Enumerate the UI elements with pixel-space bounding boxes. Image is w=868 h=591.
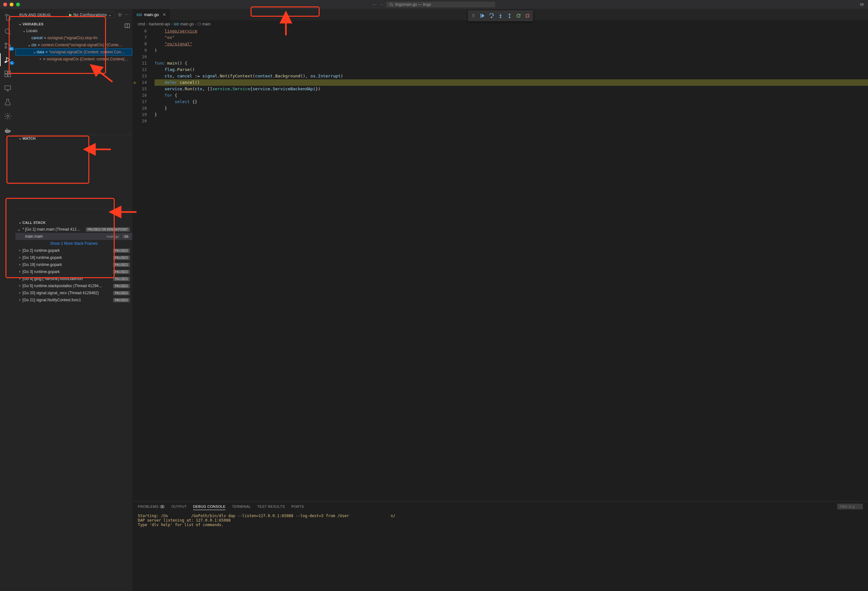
watch-title: WATCH <box>22 137 35 140</box>
breadcrumb-item[interactable]: cmd <box>138 22 145 27</box>
thread-status-badge: PAUSED ON BREAKPOINT <box>86 227 130 231</box>
thread-label: [Go 20] signal.signal_recv (Thread 41294… <box>22 291 99 295</box>
drag-handle-icon[interactable]: ⠿ <box>469 12 478 20</box>
debug-toolbar: ⠿ <box>468 10 533 21</box>
bottom-panel: PROBLEMS3 OUTPUT DEBUG CONSOLE TERMINAL … <box>133 501 868 591</box>
restart-button[interactable] <box>514 12 523 20</box>
step-out-button[interactable] <box>505 12 514 20</box>
chevron-down-icon: ⌄ <box>32 50 37 54</box>
thread-label: * [Go 1] main.main (Thread 412… <box>22 227 80 231</box>
callstack-thread[interactable]: ⌄[Go 19] runtime.goparkPAUSED <box>15 261 132 268</box>
callstack-thread[interactable]: ⌄ * [Go 1] main.main (Thread 412… PAUSED… <box>15 226 132 233</box>
stop-button[interactable] <box>523 12 531 20</box>
activity-bar: 51 1 <box>0 9 15 591</box>
chevron-right-icon: ⌄ <box>17 262 21 267</box>
copilot-icon[interactable] <box>859 1 865 7</box>
callstack-thread[interactable]: ⌄[Go 21] signal.NotifyContext.func1PAUSE… <box>15 296 132 304</box>
testing-tab[interactable] <box>0 96 15 109</box>
panel-tab-debug-console[interactable]: DEBUG CONSOLE <box>193 503 226 510</box>
svg-rect-32 <box>526 15 529 17</box>
gear-icon[interactable] <box>117 12 123 17</box>
explorer-tab[interactable] <box>0 11 15 24</box>
run-config-label: No Configurations <box>73 13 107 17</box>
chevron-down-icon: ⌄ <box>18 136 22 140</box>
tab-close-icon[interactable]: ✕ <box>162 12 166 17</box>
docker-tab[interactable] <box>0 124 15 137</box>
debug-badge: 1 <box>10 61 14 65</box>
variable-row[interactable]: ⌄ data = *os/signal.signalCtx {Context: … <box>15 49 132 56</box>
variables-header[interactable]: ⌄ VARIABLES <box>15 21 132 27</box>
callstack-thread[interactable]: ⌄[Go 3] runtime.goparkPAUSED <box>15 268 132 275</box>
svg-point-8 <box>9 45 10 47</box>
variable-row[interactable]: cancel = os/signal.(*signalCtx).stop-fm <box>15 34 132 41</box>
breadcrumb-item[interactable]: main <box>202 22 210 27</box>
watch-header[interactable]: ⌄ WATCH <box>15 135 132 141</box>
panel-filter-input[interactable] <box>837 504 863 509</box>
panel-tab-terminal[interactable]: TERMINAL <box>232 503 251 510</box>
svg-point-18 <box>7 115 9 117</box>
callstack-thread[interactable]: ⌄[Go 4] glog.(*fileSink).flushDaemonPAUS… <box>15 275 132 282</box>
window-close-button[interactable] <box>3 3 7 6</box>
scm-badge: 51 <box>8 47 14 51</box>
chevron-right-icon: ⌄ <box>17 277 21 281</box>
settings-gear-tab[interactable] <box>0 110 15 123</box>
remote-tab[interactable] <box>0 82 15 94</box>
panel-tab-output[interactable]: OUTPUT <box>171 503 187 510</box>
thread-status-badge: PAUSED <box>113 270 130 274</box>
locals-group[interactable]: ⌄ Locals <box>15 27 132 34</box>
thread-status-badge: PAUSED <box>113 263 130 267</box>
code-content[interactable]: lingo/service "os" "os/signal" ) func ma… <box>152 28 868 501</box>
step-into-button[interactable] <box>496 12 505 20</box>
thread-label: [Go 21] signal.NotifyContext.func1 <box>22 298 81 302</box>
callstack-header[interactable]: ⌄ CALL STACK <box>15 219 132 226</box>
callstack-section: ⌄ CALL STACK ⌄ * [Go 1] main.main (Threa… <box>15 209 132 591</box>
breadcrumb-item[interactable]: main.go <box>180 22 194 27</box>
thread-label: [Go 3] runtime.gopark <box>22 270 60 274</box>
window-maximize-button[interactable] <box>16 3 20 6</box>
step-over-button[interactable] <box>487 12 496 20</box>
nav-back-icon[interactable]: ← <box>373 2 376 7</box>
svg-point-23 <box>119 14 121 15</box>
run-debug-tab[interactable]: 1 <box>0 53 15 66</box>
chevron-down-icon: ⌄ <box>108 13 112 17</box>
panel-tab-test-results[interactable]: TEST RESULTS <box>257 503 285 510</box>
chevron-right-icon: ⌄ <box>17 270 21 274</box>
callstack-frame[interactable]: main.main main.go 14 <box>15 233 132 240</box>
panel-tab-ports[interactable]: PORTS <box>291 503 304 510</box>
code-editor[interactable]: 6 7 8 9 10 11 12 13 ▷14 15 16 17 18 19 2… <box>133 28 868 501</box>
continue-button[interactable] <box>478 12 487 20</box>
command-center[interactable]: lingomain.go — lingo <box>386 1 495 7</box>
thread-label: [Go 19] runtime.gopark <box>22 262 62 267</box>
svg-rect-22 <box>6 128 7 130</box>
play-icon: ▶ <box>69 13 72 17</box>
run-config-selector[interactable]: ▶ No Configurations ⌄ <box>66 12 115 18</box>
debug-console-output[interactable]: Starting: /Us /GoPath/bin/dlv dap --list… <box>133 511 868 591</box>
extensions-tab[interactable] <box>0 68 15 80</box>
panel-tab-problems[interactable]: PROBLEMS3 <box>138 503 165 510</box>
chevron-right-icon: ⌄ <box>17 298 21 302</box>
line-gutter: 6 7 8 9 10 11 12 13 ▷14 15 16 17 18 19 2… <box>133 28 152 501</box>
search-tab[interactable] <box>0 25 15 38</box>
svg-point-29 <box>500 17 501 18</box>
editor-tab[interactable]: GO main.go ✕ <box>133 9 170 20</box>
source-control-tab[interactable]: 51 <box>0 39 15 52</box>
callstack-thread[interactable]: ⌄[Go 5] runtime.stackpoolalloc (Thread 4… <box>15 282 132 289</box>
thread-status-badge: PAUSED <box>113 277 130 281</box>
breadcrumb[interactable]: cmd› backend-api› GO main.go› ⬡ main <box>133 20 868 28</box>
frame-func: main.main <box>25 234 43 239</box>
split-editor-icon[interactable] <box>125 23 130 28</box>
variable-row[interactable]: ⌄ ctx = context.Context(*os/signal.signa… <box>15 41 132 49</box>
show-more-frames-link[interactable]: Show 2 More Stack Frames <box>15 240 132 247</box>
nav-forward-icon[interactable]: → <box>380 2 384 7</box>
thread-label: [Go 18] runtime.gopark <box>22 255 62 260</box>
breadcrumb-item[interactable]: backend-api <box>149 22 170 27</box>
svg-rect-10 <box>5 71 7 74</box>
callstack-thread[interactable]: ⌄[Go 2] runtime.goparkPAUSED <box>15 247 132 254</box>
var-value: os/signal.signalCtx {Context: context.Co… <box>47 57 128 61</box>
variable-row[interactable]: ⌄ = os/signal.signalCtx {Context: contex… <box>15 56 132 63</box>
var-value: context.Context(*os/signal.signalCtx) *{… <box>41 43 122 47</box>
callstack-thread[interactable]: ⌄[Go 18] runtime.goparkPAUSED <box>15 254 132 261</box>
more-icon[interactable]: ⋯ <box>125 13 129 17</box>
callstack-thread[interactable]: ⌄[Go 20] signal.signal_recv (Thread 4129… <box>15 289 132 296</box>
window-minimize-button[interactable] <box>10 3 13 6</box>
